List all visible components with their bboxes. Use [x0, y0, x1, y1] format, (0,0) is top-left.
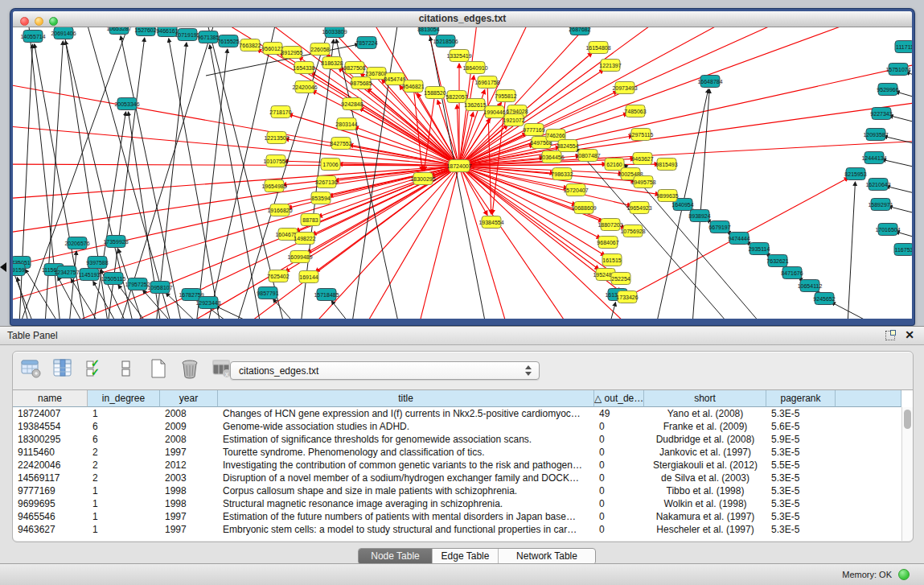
float-panel-icon[interactable] [885, 331, 895, 340]
table-cell[interactable]: 1997 [160, 510, 218, 523]
graph-node[interactable]: 19654923 [626, 202, 651, 214]
table-select-dropdown[interactable]: citations_edges.txt [230, 361, 540, 380]
graph-node[interactable]: 7663822 [239, 39, 261, 51]
graph-node[interactable]: 8267130 [315, 176, 337, 188]
table-cell[interactable]: 49 [594, 407, 644, 420]
graph-node[interactable]: 9546821 [402, 80, 424, 93]
graph-node[interactable]: 1921072 [503, 114, 524, 126]
table-cell[interactable]: 9699695 [13, 497, 88, 510]
table-cell[interactable]: 0 [594, 433, 644, 446]
graph-node[interactable]: 10654112 [798, 280, 823, 292]
table-cell[interactable]: 1998 [160, 497, 218, 510]
table-cell[interactable]: 1997 [160, 446, 218, 459]
table-cell[interactable]: 5.3E-5 [766, 510, 836, 523]
table-cell[interactable]: Investigating the contribution of common… [218, 459, 594, 472]
graph-node[interactable]: 12342757 [54, 266, 79, 278]
graph-node[interactable]: 12505115 [101, 273, 126, 285]
column-header-short[interactable]: short [644, 390, 766, 407]
graph-node[interactable]: 16961758 [474, 76, 499, 89]
table-cell[interactable]: Wolkin et al. (1998) [644, 497, 766, 510]
graph-node[interactable]: 10756928 [620, 225, 645, 237]
table-cell[interactable]: 0 [594, 510, 644, 523]
table-cell[interactable]: 5.3E-5 [766, 523, 836, 536]
graph-node[interactable]: 10958107 [147, 282, 172, 294]
graph-node[interactable]: 15218506 [433, 35, 458, 47]
table-row[interactable]: 2242004622012Investigating the contribut… [13, 459, 913, 472]
graph-node[interactable]: 9857791 [257, 287, 278, 299]
table-cell[interactable]: 2008 [160, 433, 218, 446]
table-cell[interactable]: 5.3E-5 [766, 446, 836, 459]
table-cell[interactable]: 0 [594, 523, 644, 536]
table-cell[interactable]: 18724007 [13, 407, 88, 420]
graph-node[interactable]: 12923448 [195, 297, 220, 309]
graph-node[interactable]: 252254 [611, 273, 630, 285]
table-cell[interactable]: Tourette syndrome. Phenomenology and cla… [218, 446, 594, 459]
panel-collapse-arrow-icon[interactable] [0, 262, 6, 272]
graph-node[interactable]: 9245652 [813, 293, 835, 305]
table-cell[interactable]: 1997 [160, 523, 218, 536]
table-cell[interactable]: Estimation of the future numbers of pati… [218, 510, 594, 523]
graph-node[interactable]: 2935114 [749, 243, 770, 255]
graph-node[interactable]: 10107554 [263, 155, 288, 167]
graph-node[interactable]: 1588520 [424, 87, 446, 99]
graph-node[interactable]: 16099489 [287, 251, 312, 263]
table-cell[interactable]: 6 [88, 420, 160, 433]
table-row[interactable]: 911546021997Tourette syndrome. Phenomeno… [13, 446, 913, 459]
table-cell[interactable]: Structural magnetic resonance image aver… [218, 497, 594, 510]
graph-node[interactable]: 15751074 [885, 64, 910, 76]
graph-node[interactable]: 9474444 [728, 233, 749, 245]
table-cell[interactable]: de Silva et al. (2003) [644, 472, 766, 484]
graph-node[interactable]: 18807203 [598, 219, 622, 231]
table-cell[interactable]: 9115460 [13, 446, 88, 459]
graph-node[interactable]: 9777169 [523, 124, 544, 136]
graph-node[interactable]: 2803144 [335, 118, 357, 130]
graph-node[interactable]: 15892971 [868, 199, 893, 211]
graph-node[interactable]: 20691406 [51, 27, 76, 39]
graph-node[interactable]: 9875685 [350, 77, 372, 89]
graph-node[interactable]: 20053346 [114, 98, 139, 110]
delete-table-button[interactable] [179, 358, 200, 379]
graph-node[interactable]: 17016504 [875, 224, 900, 236]
graph-node[interactable]: 17957252 [125, 278, 150, 290]
new-table-button[interactable] [148, 358, 169, 379]
table-cell[interactable]: 1 [88, 407, 160, 420]
graph-node[interactable]: 17006 [321, 159, 340, 171]
table-cell[interactable]: Yano et al. (2008) [644, 407, 766, 420]
graph-node[interactable]: 226058 [310, 43, 330, 56]
table-cell[interactable]: 9465546 [13, 510, 88, 523]
graph-node[interactable]: 10719195 [175, 29, 199, 41]
table-cell[interactable]: Corpus callosum shape and size in male p… [218, 484, 594, 497]
graph-node[interactable]: 15718485 [314, 289, 339, 301]
table-cell[interactable]: 5.3E-5 [766, 472, 836, 484]
table-cell[interactable]: 9463627 [13, 523, 88, 536]
table-cell[interactable]: Jankovic et al. (1997) [644, 446, 766, 459]
table-cell[interactable]: 18300295 [13, 433, 88, 446]
close-panel-icon[interactable]: ✕ [905, 328, 914, 341]
graph-node[interactable]: 8427552 [330, 138, 351, 150]
table-cell[interactable]: 22420046 [13, 459, 88, 472]
graph-node[interactable]: 19495758 [630, 176, 655, 188]
graph-node[interactable]: 19384554 [478, 216, 503, 229]
table-cell[interactable]: Changes of HCN gene expression and I(f) … [218, 407, 594, 420]
graph-node[interactable]: 1498222 [294, 233, 315, 245]
graph-node[interactable]: 9684067 [597, 237, 618, 249]
graph-hub-node[interactable]: 18724007 [446, 160, 471, 172]
column-header-name[interactable]: name [13, 390, 88, 407]
table-cell[interactable]: 1 [88, 484, 160, 497]
graph-node[interactable]: 2687682 [569, 27, 590, 35]
table-cell[interactable]: 5.3E-5 [766, 497, 836, 510]
table-cell[interactable]: Franke et al. (2009) [644, 420, 766, 433]
scrollbar-thumb[interactable] [904, 410, 911, 429]
graph-node[interactable]: 8186328 [321, 57, 343, 69]
graph-node[interactable]: 7485063 [624, 105, 646, 117]
graph-node[interactable]: 19166825 [267, 204, 292, 216]
graph-node[interactable]: 12975115 [629, 129, 654, 141]
table-cell[interactable]: 1998 [160, 484, 218, 497]
table-cell[interactable]: Stergiakouli et al. (2012) [644, 459, 766, 472]
column-header-title[interactable]: title [218, 390, 594, 407]
row-height-button[interactable] [116, 358, 137, 379]
graph-node[interactable]: 6679197 [708, 221, 730, 233]
table-cell[interactable]: 6 [88, 433, 160, 446]
table-row[interactable]: 977716911998Corpus callosum shape and si… [13, 484, 913, 497]
table-cell[interactable]: 19384554 [13, 420, 88, 433]
